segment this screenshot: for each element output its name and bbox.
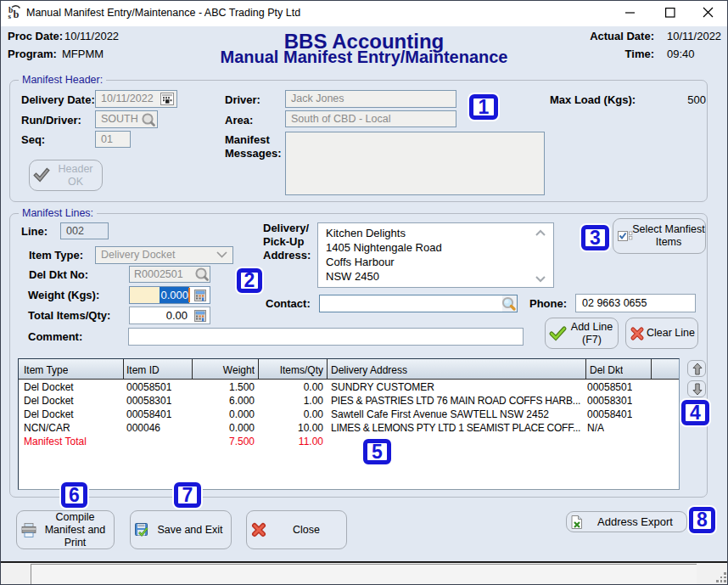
svg-text:s: s [8,12,12,20]
svg-text:b: b [14,8,20,20]
